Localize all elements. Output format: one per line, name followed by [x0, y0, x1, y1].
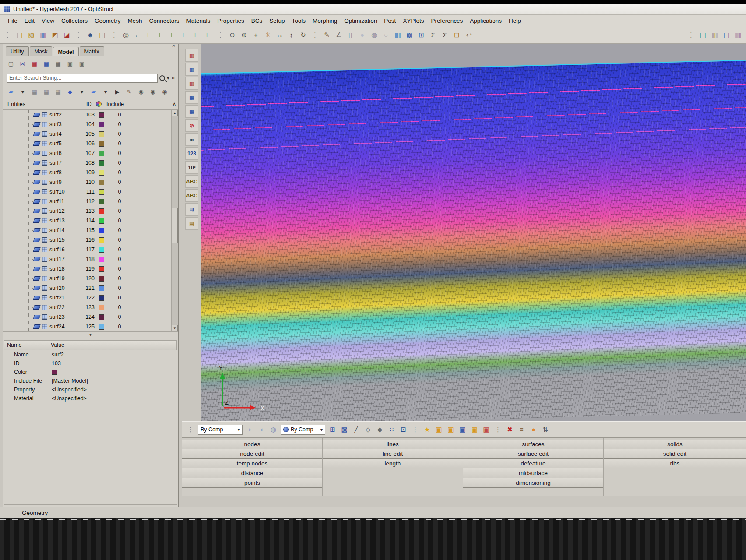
component-grid-icon[interactable]: ▦: [41, 59, 52, 69]
menu-item[interactable]: Optimization: [341, 16, 380, 26]
panel-item[interactable]: line edit: [323, 449, 463, 459]
property-value[interactable]: 103: [48, 360, 177, 366]
color-swatch[interactable]: [99, 285, 104, 291]
tree-row[interactable]: surf15 116 0: [3, 235, 171, 245]
renumber-icon[interactable]: ⇅: [539, 424, 551, 436]
new-session-icon[interactable]: ▤: [14, 29, 25, 41]
eye-show-hide-icon[interactable]: ◉: [136, 87, 146, 97]
doc-list-icon[interactable]: ▥: [732, 29, 744, 41]
node-display-icon[interactable]: ∷: [386, 424, 398, 436]
tree-row[interactable]: surf21 122 0: [3, 293, 171, 303]
feature-lines-icon[interactable]: ╱: [350, 424, 362, 436]
entity-folder-icon-3[interactable]: ▣: [457, 424, 468, 436]
numbers-123-icon[interactable]: 123: [185, 147, 198, 160]
assembly-grid-icon[interactable]: ▦: [53, 59, 63, 69]
display-grid-icon-1[interactable]: ▦: [185, 91, 198, 104]
element-view-icon[interactable]: ▩: [404, 29, 415, 41]
zoom-out-icon[interactable]: ⊖: [226, 29, 238, 41]
menu-item[interactable]: Setup: [266, 16, 288, 26]
tree-row[interactable]: surf6 107 0: [3, 148, 171, 158]
tree-row[interactable]: surf17 118 0: [3, 254, 171, 264]
view-xz-icon[interactable]: ∟: [167, 29, 179, 41]
panel-item[interactable]: distance: [182, 468, 322, 478]
color-swatch[interactable]: [99, 208, 104, 214]
spreadsheet-icon[interactable]: ⊟: [451, 29, 463, 41]
tree-row[interactable]: surf5 106 0: [3, 139, 171, 148]
highlight-star-icon[interactable]: ★: [421, 424, 433, 436]
view-zx-icon[interactable]: ∟: [179, 29, 191, 41]
vector-display-icon[interactable]: ⇉: [185, 203, 198, 216]
doc-export-icon[interactable]: ▤: [721, 29, 732, 41]
color-swatch[interactable]: [99, 170, 104, 176]
hook-tool-icon[interactable]: ↩: [463, 29, 475, 41]
measure-angle-icon[interactable]: ∠: [333, 29, 345, 41]
color-swatch[interactable]: [99, 324, 104, 330]
paint-brush-icon[interactable]: ✎: [124, 87, 134, 97]
color-swatch[interactable]: [99, 112, 104, 118]
menu-item[interactable]: Applications: [466, 16, 505, 26]
color-swatch[interactable]: [99, 131, 104, 137]
view-yz-icon[interactable]: ∟: [191, 29, 203, 41]
color-swatch[interactable]: [99, 314, 104, 320]
eye-plusminus-icon[interactable]: ◉: [148, 87, 158, 97]
drag-handle[interactable]: ⋮: [685, 29, 697, 41]
organize-icon[interactable]: ◫: [96, 29, 108, 41]
panel-item[interactable]: lines: [323, 440, 463, 449]
shrink-view-icon[interactable]: ⊞: [415, 29, 427, 41]
color-swatch[interactable]: [99, 257, 104, 262]
panel-item[interactable]: nodes: [182, 440, 322, 449]
element-quality-icon[interactable]: ◇: [362, 424, 374, 436]
geometry-shaded-icon[interactable]: ◗: [244, 424, 256, 436]
surface-pair-icon[interactable]: ▰: [88, 87, 99, 97]
panel-item[interactable]: surfaces: [463, 440, 603, 449]
rotate-view-icon[interactable]: ↻: [297, 29, 309, 41]
drag-handle[interactable]: ⋮: [409, 424, 421, 436]
entity-folder-icon-4[interactable]: ▣: [468, 424, 480, 436]
exponent-format-icon[interactable]: 10³: [185, 161, 198, 174]
eye-grid-icon-1[interactable]: ▦: [29, 87, 40, 97]
tree-row[interactable]: surf4 105 0: [3, 129, 171, 139]
panel-item[interactable]: surface edit: [463, 449, 603, 459]
display-card-icon-1[interactable]: ▥: [185, 49, 198, 62]
menu-item[interactable]: View: [38, 16, 58, 26]
color-swatch[interactable]: [99, 141, 104, 147]
geometry-wireframe-icon[interactable]: ◖: [256, 424, 267, 436]
eye-grid-icon-3[interactable]: ▦: [53, 87, 63, 97]
drag-handle[interactable]: ⋮: [185, 424, 197, 436]
sort-summation-icon[interactable]: Σ: [439, 29, 451, 41]
import-icon[interactable]: ◩: [49, 29, 61, 41]
jar-icon[interactable]: ▯: [345, 29, 356, 41]
tab-model[interactable]: Model: [53, 47, 78, 56]
surface-filter-icon[interactable]: ▰: [6, 87, 16, 97]
tree-row[interactable]: surf16 117 0: [3, 245, 171, 254]
find-binoculars-icon[interactable]: ∞: [185, 133, 198, 146]
panel-item[interactable]: ribs: [604, 459, 746, 468]
panel-item[interactable]: points: [182, 478, 322, 488]
tree-row[interactable]: surf3 104 0: [3, 120, 171, 129]
geometry-edges-icon[interactable]: ◍: [267, 424, 279, 436]
menu-item[interactable]: Tools: [289, 16, 310, 26]
tree-row[interactable]: surf2 103 0: [3, 110, 171, 120]
graphics-viewport[interactable]: Y Z x: [201, 44, 746, 421]
spherical-clip-icon[interactable]: ⊘: [185, 119, 198, 132]
element-normals-icon[interactable]: ◆: [374, 424, 386, 436]
id-column-header[interactable]: ID: [86, 101, 92, 107]
tree-row[interactable]: surf12 113 0: [3, 206, 171, 216]
clay-mode-icon[interactable]: ●: [528, 424, 539, 436]
user-profiles-icon[interactable]: ☻: [84, 29, 96, 41]
tree-row[interactable]: surf8 109 0: [3, 168, 171, 177]
tree-row[interactable]: surf19 120 0: [3, 274, 171, 283]
tree-scroll-down-strip[interactable]: ▼: [3, 331, 178, 338]
property-value[interactable]: [Master Model]: [48, 378, 177, 384]
scroll-down-button[interactable]: ▼: [172, 325, 178, 331]
color-swatch[interactable]: [99, 266, 104, 272]
label-abc-icon[interactable]: ABC: [185, 175, 198, 188]
mesh-style-icon[interactable]: ⊞: [327, 424, 338, 436]
globe-icon[interactable]: [96, 101, 102, 107]
layers-icon[interactable]: ≡: [516, 424, 528, 436]
menu-item[interactable]: Connectors: [145, 16, 183, 26]
drag-handle[interactable]: ⋮: [309, 29, 321, 41]
summation-icon[interactable]: Σ: [427, 29, 439, 41]
menu-item[interactable]: BCs: [248, 16, 266, 26]
tree-row[interactable]: surf9 110 0: [3, 177, 171, 187]
